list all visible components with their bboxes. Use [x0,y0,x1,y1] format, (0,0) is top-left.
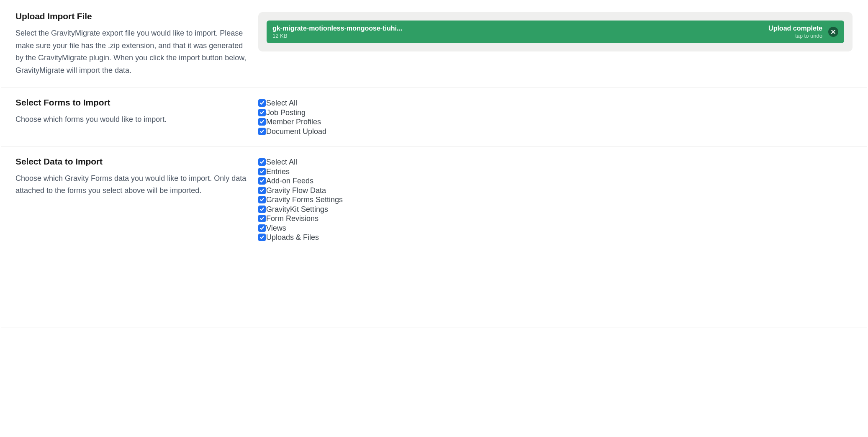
check-icon [259,159,265,165]
checkbox[interactable] [258,215,266,222]
checkbox-row[interactable]: Document Upload [258,126,853,136]
checkbox-row[interactable]: Form Revisions [258,214,853,224]
check-icon [259,226,265,231]
uploaded-file-status-block: Upload complete tap to undo [768,25,822,39]
check-icon [259,197,265,202]
section-data-options: Select AllEntriesAdd-on FeedsGravity Flo… [258,157,853,242]
checkbox[interactable] [258,118,266,126]
checkbox[interactable] [258,109,266,116]
checkbox[interactable] [258,196,266,203]
check-icon [259,119,265,124]
check-icon [259,216,265,221]
checkbox[interactable] [258,187,266,194]
checkbox-label: Select All [266,99,297,107]
checkbox[interactable] [258,234,266,241]
import-settings-panel: Upload Import File Select the GravityMig… [1,1,867,327]
uploaded-file-undo[interactable]: tap to undo [768,33,822,39]
remove-file-button[interactable] [828,27,838,37]
checkbox-label: Gravity Forms Settings [266,196,343,203]
check-icon [259,100,265,105]
section-upload-dropzone: gk-migrate-motionless-mongoose-tiuhi... … [258,11,853,77]
checkbox-row[interactable]: Gravity Flow Data [258,185,853,195]
checkbox-row[interactable]: Member Profiles [258,117,853,127]
checkbox-row[interactable]: Uploads & Files [258,233,853,242]
checkbox[interactable] [258,224,266,232]
checkbox-label: Gravity Flow Data [266,187,326,194]
checkbox-label: Document Upload [266,128,326,135]
section-upload-text: Upload Import File Select the GravityMig… [15,11,250,77]
uploaded-file-size: 12 KB [272,33,763,39]
checkbox-row[interactable]: Gravity Forms Settings [258,195,853,205]
checkbox-label: Views [266,224,286,232]
forms-checkbox-list: Select AllJob PostingMember ProfilesDocu… [258,98,853,136]
data-heading: Select Data to Import [15,157,250,167]
check-icon [259,235,265,240]
checkbox-label: Entries [266,168,290,175]
check-icon [259,129,265,134]
upload-heading: Upload Import File [15,11,250,21]
forms-description: Choose which forms you would like to imp… [15,113,250,126]
uploaded-file-status: Upload complete [768,25,822,32]
checkbox[interactable] [258,158,266,166]
checkbox-label: GravityKit Settings [266,206,328,213]
section-forms-text: Select Forms to Import Choose which form… [15,98,250,136]
uploaded-file-name: gk-migrate-motionless-mongoose-tiuhi... [272,25,763,32]
section-forms-options: Select AllJob PostingMember ProfilesDocu… [258,98,853,136]
checkbox-label: Select All [266,158,297,166]
checkbox[interactable] [258,206,266,213]
checkbox-label: Form Revisions [266,215,318,222]
section-upload: Upload Import File Select the GravityMig… [1,1,867,87]
check-icon [259,178,265,183]
forms-heading: Select Forms to Import [15,98,250,108]
upload-description: Select the GravityMigrate export file yo… [15,27,250,77]
uploaded-file-chip: gk-migrate-motionless-mongoose-tiuhi... … [267,21,844,43]
checkbox-row[interactable]: Select All [258,157,853,167]
checkbox[interactable] [258,168,266,175]
checkbox[interactable] [258,99,266,107]
section-data-text: Select Data to Import Choose which Gravi… [15,157,250,242]
section-data: Select Data to Import Choose which Gravi… [1,146,867,252]
checkbox-label: Add-on Feeds [266,177,313,185]
check-icon [259,169,265,174]
checkbox-label: Member Profiles [266,118,321,126]
checkbox-row[interactable]: Job Posting [258,108,853,117]
checkbox-row[interactable]: Add-on Feeds [258,176,853,186]
checkbox[interactable] [258,128,266,135]
check-icon [259,110,265,115]
uploaded-file-info: gk-migrate-motionless-mongoose-tiuhi... … [272,25,763,39]
close-icon [831,30,835,34]
checkbox[interactable] [258,177,266,185]
data-checkbox-list: Select AllEntriesAdd-on FeedsGravity Flo… [258,157,853,242]
checkbox-label: Job Posting [266,109,306,116]
upload-dropzone[interactable]: gk-migrate-motionless-mongoose-tiuhi... … [258,12,853,51]
data-description: Choose which Gravity Forms data you woul… [15,172,250,197]
checkbox-row[interactable]: Entries [258,167,853,176]
checkbox-row[interactable]: Select All [258,98,853,108]
check-icon [259,188,265,193]
checkbox-row[interactable]: Views [258,223,853,233]
checkbox-label: Uploads & Files [266,234,319,241]
section-forms: Select Forms to Import Choose which form… [1,87,867,146]
check-icon [259,207,265,212]
checkbox-row[interactable]: GravityKit Settings [258,204,853,214]
